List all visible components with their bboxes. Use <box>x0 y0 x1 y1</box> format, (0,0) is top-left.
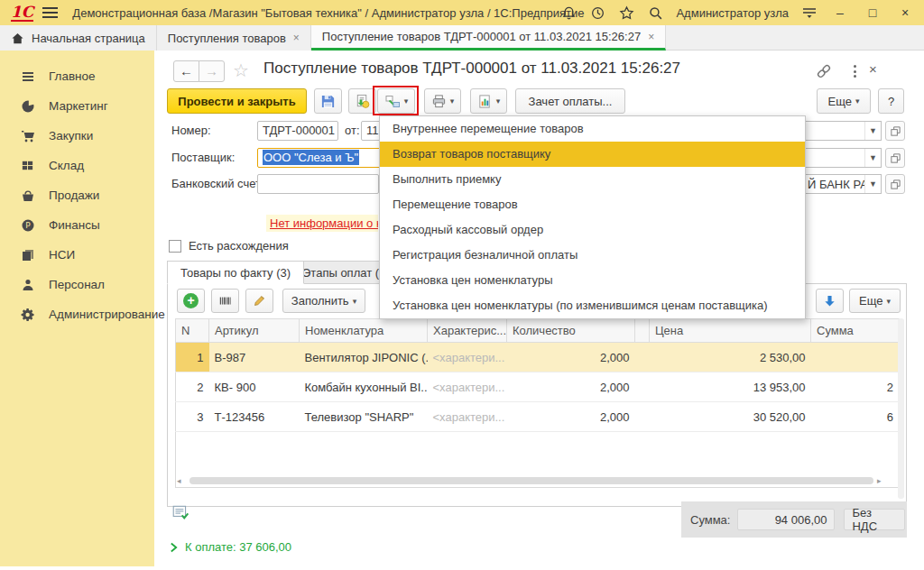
organization-combo[interactable]: ▼ <box>806 121 882 141</box>
post-button[interactable] <box>348 88 376 114</box>
table-more-button[interactable]: Еще <box>849 289 901 313</box>
stacked-books-icon <box>20 247 35 262</box>
horizontal-scrollbar[interactable]: ◂ ▸ <box>177 475 886 486</box>
menu-item-internal-transfer[interactable]: Внутреннее перемещение товаров <box>380 116 805 142</box>
sidebar-item-marketing[interactable]: Маркетинг <box>0 91 154 121</box>
main-tab-bar: Начальная страница Поступления товаров ×… <box>0 25 924 51</box>
tab-goods-receipts-list[interactable]: Поступления товаров × <box>157 25 311 51</box>
table-row[interactable]: 1 B-987 Вентилятор JIPONIC (... <характе… <box>176 343 900 372</box>
sidebar-item-warehouse[interactable]: Склад <box>0 151 154 180</box>
barcode-button[interactable] <box>211 289 239 313</box>
tab-goods-by-fact[interactable]: Товары по факту (3) <box>167 261 304 284</box>
menu-item-perform-acceptance[interactable]: Выполнить приемку <box>380 167 805 192</box>
get-link-icon[interactable] <box>815 62 833 80</box>
reports-button[interactable] <box>470 88 507 114</box>
fill-button[interactable]: Заполнить <box>282 289 365 313</box>
no-contact-info-link[interactable]: Нет информации о кон <box>266 215 378 232</box>
sidebar-item-personnel[interactable]: Персонал <box>0 270 154 299</box>
tab-home[interactable]: Начальная страница <box>0 25 157 51</box>
edit-pencil-icon <box>253 294 266 308</box>
sidebar-item-main[interactable]: Главное <box>0 61 154 91</box>
notifications-bell-icon[interactable] <box>560 5 577 21</box>
warehouse-combo[interactable]: ▼ <box>806 148 882 168</box>
create-based-on-button[interactable] <box>377 88 415 114</box>
number-label: Номер: <box>171 124 211 137</box>
scroll-right-icon[interactable]: ▸ <box>877 476 886 485</box>
post-icon <box>355 94 370 109</box>
close-document-button[interactable]: × <box>869 61 877 77</box>
sidebar-item-nsi[interactable]: НСИ <box>0 240 154 270</box>
menu-item-return-to-supplier[interactable]: Возврат товаров поставщику <box>380 142 805 167</box>
discrepancy-checkbox[interactable] <box>169 240 181 253</box>
dropdown-caret-icon[interactable]: ▼ <box>864 122 881 140</box>
back-arrow-button[interactable]: ← <box>173 60 199 82</box>
table-row[interactable]: 3 Т-123456 Телевизор "SHARP" <характери.… <box>176 402 900 432</box>
vertical-scrollbar[interactable] <box>898 318 904 499</box>
open-reference-button[interactable] <box>885 121 905 141</box>
post-and-close-button[interactable]: Провести и закрыть <box>167 88 307 114</box>
history-icon[interactable] <box>589 5 605 21</box>
col-price[interactable]: Цена <box>650 319 811 343</box>
supplier-label: Поставщик: <box>171 151 235 164</box>
col-sum[interactable]: Сумма <box>811 319 900 343</box>
bank-account-label: Банковский счет: <box>171 177 264 190</box>
pie-chart-icon <box>20 98 35 114</box>
col-nomenclature[interactable]: Номенклатура <box>300 319 428 343</box>
help-button[interactable]: ? <box>878 88 904 114</box>
menu-item-set-prices[interactable]: Установка цен номенклатуры <box>380 268 805 293</box>
home-icon <box>11 32 24 45</box>
org-bank-account-partial-text: Й БАНК РА: <box>806 178 864 191</box>
scrollbar-thumb[interactable] <box>189 477 873 484</box>
bank-account-field[interactable] <box>257 174 379 194</box>
discrepancy-checkbox-row: Есть расхождения <box>169 239 289 253</box>
minimize-button[interactable]: – <box>830 5 850 20</box>
menu-item-register-cashless-payment[interactable]: Регистрация безналичной оплаты <box>380 243 805 268</box>
favorites-star-icon[interactable] <box>618 5 634 21</box>
favorite-star-icon[interactable]: ☆ <box>233 60 249 81</box>
col-sku[interactable]: Артикул <box>209 319 300 343</box>
more-dots-icon[interactable] <box>848 63 861 79</box>
sidebar-item-purchases[interactable]: Закупки <box>0 121 154 151</box>
tab-goods-receipt-document[interactable]: Поступление товаров ТДРТ-000001 от 11.03… <box>311 25 666 51</box>
col-characteristic[interactable]: Характерис... <box>428 319 507 343</box>
scroll-left-icon[interactable]: ◂ <box>177 476 186 485</box>
col-quantity[interactable]: Количество <box>507 319 635 343</box>
edit-row-button[interactable] <box>245 289 273 313</box>
service-menu-icon[interactable] <box>801 5 818 21</box>
sidebar-item-administration[interactable]: Администрирование <box>0 299 154 329</box>
application-window: 1С Демонстрационная база /Магазин "Бытов… <box>0 0 924 570</box>
close-window-button[interactable]: × <box>895 5 915 20</box>
open-reference-button[interactable] <box>885 148 905 168</box>
ruble-circle-icon: Р <box>20 217 35 233</box>
col-n[interactable]: N <box>176 319 209 343</box>
tab-close-icon[interactable]: × <box>648 31 654 43</box>
dropdown-caret-icon[interactable]: ▼ <box>864 175 881 193</box>
menu-item-cash-outflow-order[interactable]: Расходный кассовый ордер <box>380 217 805 243</box>
org-bank-account-combo[interactable]: Й БАНК РА:▼ <box>806 174 882 194</box>
move-down-button[interactable] <box>816 289 844 313</box>
current-user[interactable]: Администратор узла <box>676 6 789 20</box>
menu-item-goods-transfer[interactable]: Перемещение товаров <box>380 192 805 217</box>
create-based-on-dropdown-menu: Внутреннее перемещение товаров Возврат т… <box>379 115 806 319</box>
dropdown-caret-icon[interactable]: ▼ <box>864 149 881 167</box>
more-button[interactable]: Еще <box>817 88 871 114</box>
open-reference-button[interactable] <box>885 174 905 194</box>
to-pay-expander-link[interactable]: К оплате: 37 606,00 <box>170 540 291 554</box>
print-button[interactable] <box>424 88 461 114</box>
table-row[interactable]: 2 КВ- 900 Комбайн кухонный BI... <характ… <box>176 372 900 402</box>
tab-close-icon[interactable]: × <box>293 32 300 44</box>
forward-arrow-button[interactable]: → <box>199 60 225 82</box>
supplier-selected-text: ООО "Слеза и Ъ" <box>263 150 359 165</box>
search-icon[interactable] <box>647 5 663 21</box>
sidebar-item-sales[interactable]: Продажи <box>0 180 154 210</box>
add-row-button[interactable]: + <box>177 289 205 313</box>
menu-item-set-prices-by-changed[interactable]: Установка цен номенклатуры (по изменивши… <box>380 293 805 318</box>
comment-icon[interactable] <box>171 503 189 521</box>
main-menu-burger-icon[interactable] <box>42 7 58 18</box>
offset-payment-button[interactable]: Зачет оплаты... <box>515 88 625 114</box>
sidebar-item-finance[interactable]: Р Финансы <box>0 210 154 240</box>
1c-logo-icon: 1С <box>11 5 33 22</box>
maximize-button[interactable]: □ <box>863 5 882 20</box>
number-field[interactable]: ТДРТ-000001 <box>257 121 338 141</box>
save-button[interactable] <box>314 88 342 114</box>
